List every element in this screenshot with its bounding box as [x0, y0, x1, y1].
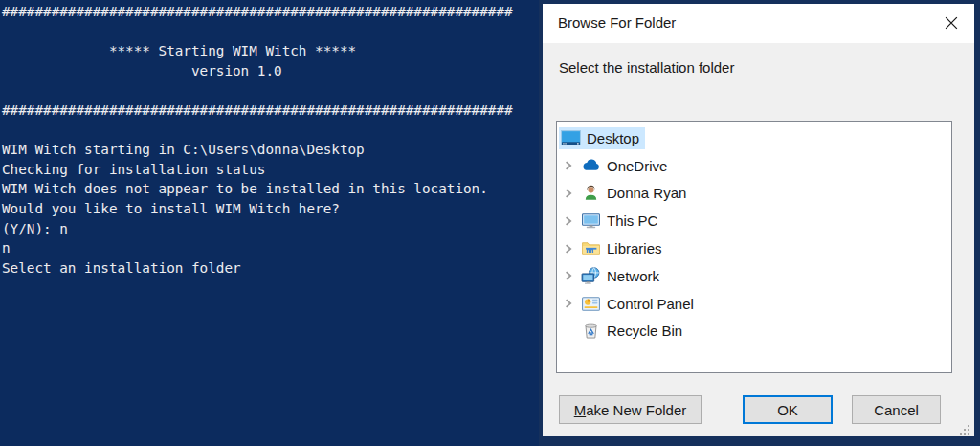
make-new-folder-button[interactable]: Make New Folder — [559, 395, 702, 424]
make-new-folder-mnemonic: M — [574, 402, 587, 418]
tree-item-label: Network — [607, 268, 659, 284]
powershell-console-window[interactable]: ########################################… — [0, 0, 539, 446]
close-icon[interactable] — [944, 15, 959, 31]
onedrive-icon — [581, 156, 601, 176]
tree-item-desktop[interactable]: Desktop — [557, 124, 951, 152]
browse-for-folder-dialog: Browse For Folder Select the installatio… — [539, 0, 980, 446]
cancel-button[interactable]: Cancel — [852, 395, 941, 424]
recycle-bin-icon — [581, 321, 601, 341]
tree-item-recycle-bin[interactable]: Recycle Bin — [557, 318, 951, 346]
make-new-folder-label: ake New Folder — [586, 402, 686, 418]
tree-item-label: This PC — [607, 212, 657, 229]
chevron-right-icon[interactable] — [563, 243, 574, 255]
chevron-right-icon[interactable] — [563, 215, 574, 227]
console-output: ########################################… — [2, 2, 513, 278]
user-icon — [581, 183, 601, 203]
resize-grip-icon[interactable] — [959, 423, 971, 435]
tree-item-label: Control Panel — [607, 296, 694, 312]
tree-item-libraries[interactable]: Libraries — [557, 234, 951, 262]
dialog-title: Browse For Folder — [558, 14, 676, 31]
tree-item-label: Donna Ryan — [607, 185, 686, 201]
tree-item-label: Libraries — [607, 240, 662, 256]
chevron-right-icon[interactable] — [563, 160, 574, 171]
chevron-right-icon[interactable] — [563, 298, 574, 309]
prompt-label: Select the installation folder — [559, 59, 734, 76]
folder-tree[interactable]: Desktop OneDrive Donna Ryan This PC Libr… — [556, 121, 952, 373]
tree-item-this-pc[interactable]: This PC — [557, 207, 951, 234]
tree-item-label: Recycle Bin — [607, 323, 682, 339]
tree-item-network[interactable]: Network — [557, 262, 951, 290]
control-panel-icon — [581, 294, 601, 314]
tree-item-control-panel[interactable]: Control Panel — [557, 290, 951, 318]
tree-item-label: OneDrive — [607, 158, 667, 174]
libraries-icon — [581, 238, 601, 258]
network-icon — [581, 266, 601, 286]
chevron-right-icon[interactable] — [563, 188, 574, 199]
tree-item-donna-ryan[interactable]: Donna Ryan — [557, 180, 951, 208]
ok-button[interactable]: OK — [743, 395, 833, 424]
desktop-icon — [561, 128, 581, 148]
this-pc-icon — [581, 211, 601, 231]
dialog-titlebar[interactable]: Browse For Folder — [543, 4, 974, 43]
chevron-right-icon[interactable] — [563, 270, 574, 281]
tree-item-onedrive[interactable]: OneDrive — [557, 152, 951, 180]
tree-item-label: Desktop — [587, 130, 639, 146]
